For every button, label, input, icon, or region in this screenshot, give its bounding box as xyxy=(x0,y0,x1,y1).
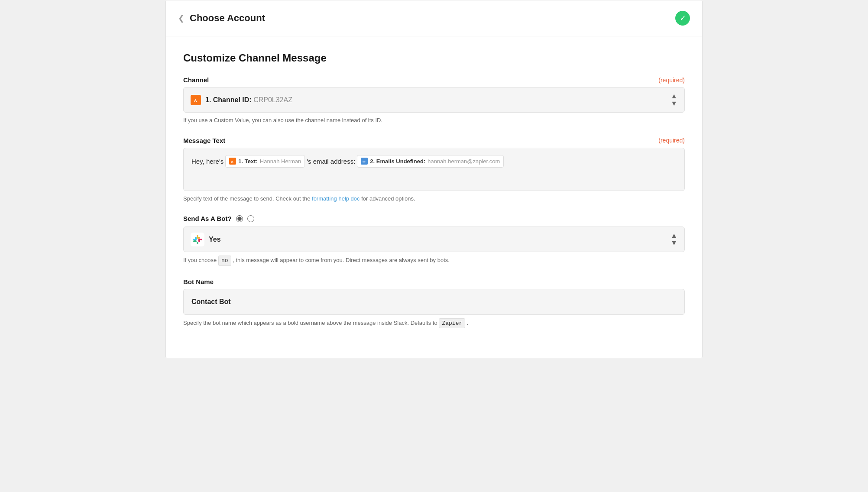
token1: A 1. Text: Hannah Herman xyxy=(225,155,305,168)
channel-select[interactable]: A 1. Channel ID: CRP0L32AZ ▲ ▼ xyxy=(183,87,685,113)
slack-logo-icon xyxy=(191,233,204,246)
send-as-bot-yes-radio[interactable] xyxy=(236,215,243,222)
svg-rect-14 xyxy=(193,240,197,242)
bot-name-input[interactable]: Contact Bot xyxy=(183,289,685,315)
channel-required-badge: (required) xyxy=(658,77,685,84)
svg-rect-13 xyxy=(197,242,198,244)
message-text-required-badge: (required) xyxy=(658,137,685,144)
no-code-hint: no xyxy=(218,256,231,266)
svg-rect-7 xyxy=(195,237,197,240)
message-text-hint: Specify text of the message to send. Che… xyxy=(183,194,685,203)
channel-label: Channel xyxy=(183,76,209,84)
svg-rect-10 xyxy=(200,239,202,240)
send-as-bot-spinner[interactable]: ▲ ▼ xyxy=(670,232,677,246)
message-text-field-group: Message Text (required) Hey, here's A 1.… xyxy=(183,137,685,203)
section-title: Customize Channel Message xyxy=(183,52,685,64)
message-text-input[interactable]: Hey, here's A 1. Text: Hannah Herman 's … xyxy=(183,148,685,191)
svg-text:A: A xyxy=(194,98,197,103)
channel-token-icon: A xyxy=(191,95,201,105)
formatting-help-link[interactable]: formatting help doc xyxy=(312,195,361,202)
choose-account-header: ❮ Choose Account ✓ xyxy=(166,0,702,36)
token2-icon: ✉ xyxy=(361,158,368,165)
svg-rect-12 xyxy=(198,239,200,242)
send-as-bot-hint: If you choose no , this message will app… xyxy=(183,256,685,266)
channel-field-group: Channel (required) A 1. Channel ID: xyxy=(183,76,685,125)
bot-name-hint: Specify the bot name which appears as a … xyxy=(183,318,685,329)
header-title: Choose Account xyxy=(190,13,265,24)
bot-name-label: Bot Name xyxy=(183,278,214,285)
svg-text:✉: ✉ xyxy=(363,160,366,163)
svg-rect-6 xyxy=(193,239,195,240)
success-check-icon: ✓ xyxy=(675,11,690,26)
token2: ✉ 2. Emails Undefined: hannah.herman@zap… xyxy=(357,155,504,168)
svg-text:A: A xyxy=(231,160,233,163)
bot-name-field-group: Bot Name Contact Bot Specify the bot nam… xyxy=(183,278,685,329)
message-middle: 's email address: xyxy=(307,155,355,167)
message-intro: Hey, here's xyxy=(191,155,223,167)
send-as-bot-label: Send As A Bot? xyxy=(183,215,232,222)
chevron-icon[interactable]: ❮ xyxy=(178,14,185,22)
channel-hint: If you use a Custom Value, you can also … xyxy=(183,116,685,125)
message-text-label: Message Text xyxy=(183,137,225,144)
send-as-bot-field-group: Send As A Bot? xyxy=(183,215,685,266)
channel-spinner[interactable]: ▲ ▼ xyxy=(670,93,677,107)
svg-rect-8 xyxy=(197,235,198,237)
send-as-bot-value: Yes xyxy=(209,236,221,243)
message-content: Hey, here's A 1. Text: Hannah Herman 's … xyxy=(191,155,677,168)
token1-icon: A xyxy=(229,158,236,165)
bot-name-value: Contact Bot xyxy=(191,298,231,306)
send-as-bot-no-radio[interactable] xyxy=(247,215,254,222)
svg-rect-9 xyxy=(197,237,200,239)
send-as-bot-select[interactable]: Yes ▲ ▼ xyxy=(183,227,685,252)
channel-select-value: 1. Channel ID: CRP0L32AZ xyxy=(205,96,292,104)
form-body: Customize Channel Message Channel (requi… xyxy=(166,36,702,358)
zapier-code-hint: Zapier xyxy=(439,318,465,329)
